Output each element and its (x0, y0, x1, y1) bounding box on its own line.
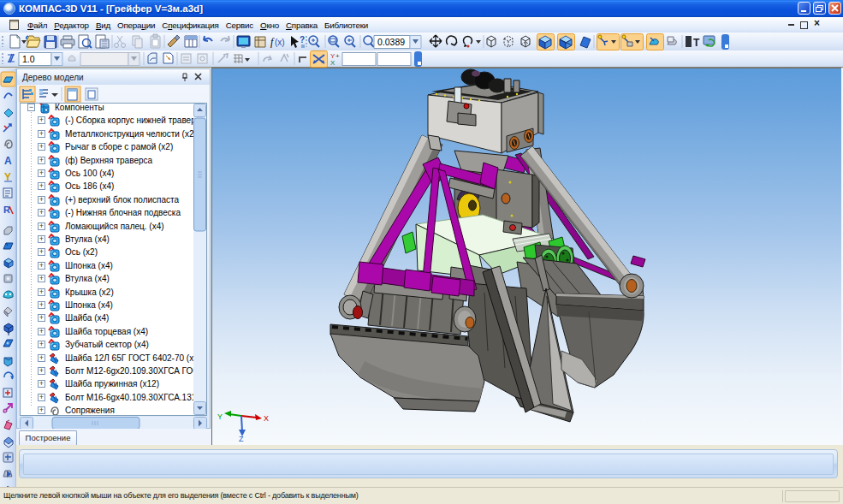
svg-text:X: X (264, 414, 269, 423)
svg-text:1.0: 1.0 (22, 54, 35, 64)
svg-text:Z: Z (239, 435, 244, 443)
svg-text:0.0389: 0.0389 (377, 37, 405, 47)
svg-text:R: R (3, 205, 10, 215)
svg-text:T: T (693, 37, 700, 49)
svg-text:+: + (335, 52, 340, 60)
svg-text:A: A (4, 155, 12, 167)
svg-text:(x): (x) (275, 38, 285, 47)
svg-text:X: X (330, 59, 335, 67)
svg-text:Y: Y (217, 412, 223, 421)
svg-text:?: ? (300, 35, 305, 44)
